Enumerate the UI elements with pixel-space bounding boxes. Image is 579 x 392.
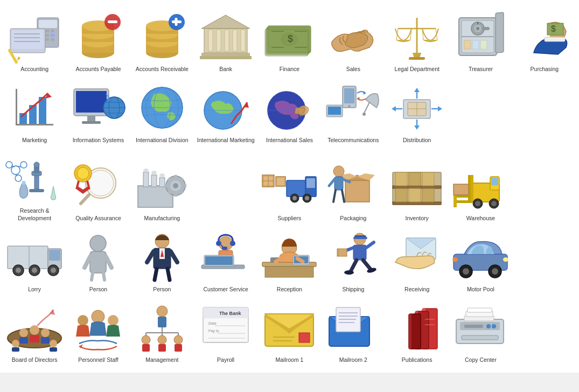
grid-item-telecommunications[interactable]: Telecommunications	[322, 76, 385, 148]
grid-item-reception[interactable]: Reception	[257, 226, 321, 297]
svg-rect-7	[51, 34, 54, 37]
grid-item-payroll[interactable]: The Bank Date Pay to Payroll	[194, 296, 257, 367]
icon-personnel-staff	[68, 300, 128, 354]
grid-item-board-of-directors[interactable]: Board of Directors	[3, 296, 66, 367]
svg-line-137	[16, 166, 21, 167]
grid-item-empty4	[513, 147, 576, 225]
icon-reception	[260, 230, 319, 284]
grid-item-motor-pool[interactable]: Motor Pool	[449, 226, 512, 297]
svg-line-226	[103, 273, 104, 280]
grid-item-person2[interactable]: Person	[130, 226, 194, 297]
svg-text:$: $	[288, 33, 293, 44]
grid-item-sales[interactable]: Sales	[322, 5, 385, 76]
icon-bank	[196, 10, 255, 64]
label-suppliers: Suppliers	[278, 215, 302, 222]
grid-item-bank[interactable]: Bank	[194, 5, 257, 76]
svg-rect-40	[217, 30, 221, 51]
label-lorry: Lorry	[28, 286, 41, 293]
label-motor-pool: Motor Pool	[467, 286, 494, 293]
label-person2: Person	[153, 286, 171, 293]
svg-rect-222	[90, 251, 106, 273]
label-inventory: Inventory	[406, 215, 429, 222]
grid-item-finance[interactable]: $ Finance	[257, 5, 321, 76]
grid-item-lorry[interactable]: Lorry	[3, 226, 66, 297]
grid-item-person1[interactable]: Person	[66, 226, 130, 297]
grid-item-inventory[interactable]: Inventory	[385, 147, 449, 225]
svg-text:The Bank: The Bank	[219, 311, 242, 316]
grid-item-research[interactable]: Research & Development	[3, 147, 66, 225]
grid-item-international-marketing[interactable]: International Marketing	[194, 76, 257, 148]
grid-item-international-division[interactable]: International Division	[130, 76, 194, 148]
svg-text:Date: Date	[208, 321, 217, 325]
grid-item-warehouse[interactable]: Warehouse	[449, 147, 512, 225]
svg-point-111	[362, 113, 366, 116]
svg-rect-205	[471, 175, 473, 202]
svg-rect-80	[16, 89, 17, 125]
svg-rect-254	[353, 237, 367, 239]
icon-publications	[387, 300, 447, 354]
grid-item-copy-center[interactable]: Copy Center	[449, 296, 512, 367]
svg-rect-9	[45, 38, 49, 41]
svg-line-225	[92, 273, 93, 280]
svg-rect-159	[174, 192, 177, 197]
grid-item-legal-department[interactable]: Legal Department	[385, 5, 449, 76]
svg-rect-108	[344, 88, 354, 103]
grid-item-marketing[interactable]: Marketing	[3, 76, 66, 148]
icon-payroll: The Bank Date Pay to	[196, 300, 255, 354]
grid-item-treasurer[interactable]: Treasurer	[449, 5, 512, 76]
label-information-systems: Information Systems	[73, 137, 124, 144]
svg-line-260	[351, 260, 357, 271]
grid-item-management[interactable]: Management	[130, 296, 194, 367]
svg-line-233	[155, 269, 157, 280]
svg-rect-179	[345, 180, 369, 202]
svg-point-154	[159, 173, 165, 178]
grid-item-information-systems[interactable]: Information Systems	[66, 76, 130, 148]
svg-rect-192	[395, 172, 407, 186]
label-person1: Person	[89, 286, 107, 293]
svg-marker-113	[357, 97, 360, 101]
grid-item-manufacturing[interactable]: Manufacturing	[130, 147, 194, 225]
svg-point-209	[491, 201, 497, 206]
label-sales: Sales	[346, 66, 360, 73]
grid-item-accounts-receivable[interactable]: Accounts Receivable	[130, 5, 194, 76]
svg-point-298	[158, 335, 166, 344]
grid-item-customer-service[interactable]: Customer Service	[194, 226, 257, 297]
label-finance: Finance	[280, 66, 299, 73]
icon-marketing	[5, 81, 64, 135]
grid-item-international-sales[interactable]: International Sales	[257, 76, 321, 148]
svg-point-135	[6, 162, 12, 168]
icon-suppliers	[260, 159, 319, 213]
svg-line-110	[364, 102, 369, 113]
grid-item-packaging[interactable]: Packaging	[322, 147, 385, 225]
grid-item-purchasing[interactable]: $ Purchasing	[513, 5, 576, 76]
grid-item-distribution[interactable]: Distribution	[385, 76, 449, 148]
svg-point-272	[452, 257, 458, 262]
grid-item-accounts-payable[interactable]: Accounts Payable	[66, 5, 130, 76]
svg-point-145	[77, 167, 89, 179]
grid-item-shipping[interactable]: Shipping	[322, 226, 385, 297]
svg-rect-329	[409, 314, 411, 349]
svg-rect-190	[393, 186, 441, 188]
svg-text:Pay to: Pay to	[208, 329, 219, 333]
svg-point-287	[108, 315, 118, 326]
grid-item-receiving[interactable]: Receiving	[385, 226, 449, 297]
icon-sales	[324, 10, 383, 64]
grid-item-suppliers[interactable]: Suppliers	[257, 147, 321, 225]
svg-marker-124	[438, 106, 442, 111]
grid-item-accounting[interactable]: Accounting	[3, 5, 66, 76]
svg-line-188	[342, 190, 344, 202]
label-receiving: Receiving	[404, 286, 429, 293]
svg-point-276	[30, 325, 39, 335]
grid-item-quality-assurance[interactable]: Quality Assurance	[66, 147, 130, 225]
label-international-marketing: International Marketing	[197, 137, 255, 144]
svg-line-234	[168, 269, 170, 280]
grid-item-publications[interactable]: Publications	[385, 296, 449, 367]
svg-point-136	[15, 175, 22, 181]
grid-item-mailroom2[interactable]: Mailroom 2	[322, 296, 385, 367]
svg-rect-76	[480, 40, 487, 49]
svg-rect-239	[222, 247, 227, 250]
svg-rect-50	[265, 29, 308, 56]
grid-item-personnel-staff[interactable]: Personnel/ Staff	[66, 296, 130, 367]
label-copy-center: Copy Center	[465, 356, 497, 364]
grid-item-mailroom1[interactable]: Mailroom 1	[257, 296, 321, 367]
